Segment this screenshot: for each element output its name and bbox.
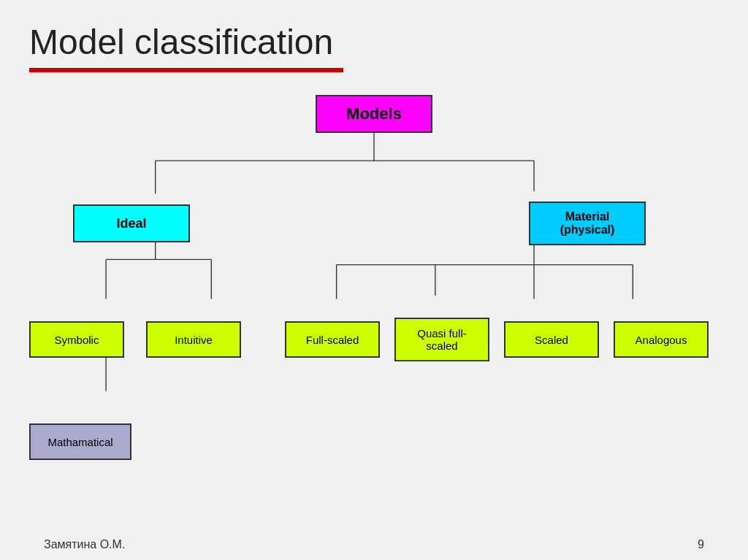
box-scaled: Scaled xyxy=(504,321,599,358)
box-analogous: Analogous xyxy=(614,321,709,358)
box-mathematical: Mathamatical xyxy=(29,423,131,460)
box-intuitive: Intuitive xyxy=(146,321,241,358)
footer: Замятина О.М. 9 xyxy=(0,538,748,551)
slide: Model classification xyxy=(0,0,748,560)
box-symbolic: Symbolic xyxy=(29,321,124,358)
box-material: Material (physical) xyxy=(529,202,646,245)
box-models: Models xyxy=(316,95,432,133)
footer-page: 9 xyxy=(698,538,704,551)
title-underline xyxy=(29,68,343,72)
title-section: Model classification xyxy=(29,22,719,72)
slide-title: Model classification xyxy=(29,22,719,62)
box-ideal: Ideal xyxy=(73,204,190,242)
box-fullscaled: Full-scaled xyxy=(285,321,380,358)
box-quasifull: Quasi full-scaled xyxy=(394,318,489,361)
diagram: Models Ideal Material (physical) Symboli… xyxy=(0,95,748,516)
footer-author: Замятина О.М. xyxy=(44,538,125,551)
